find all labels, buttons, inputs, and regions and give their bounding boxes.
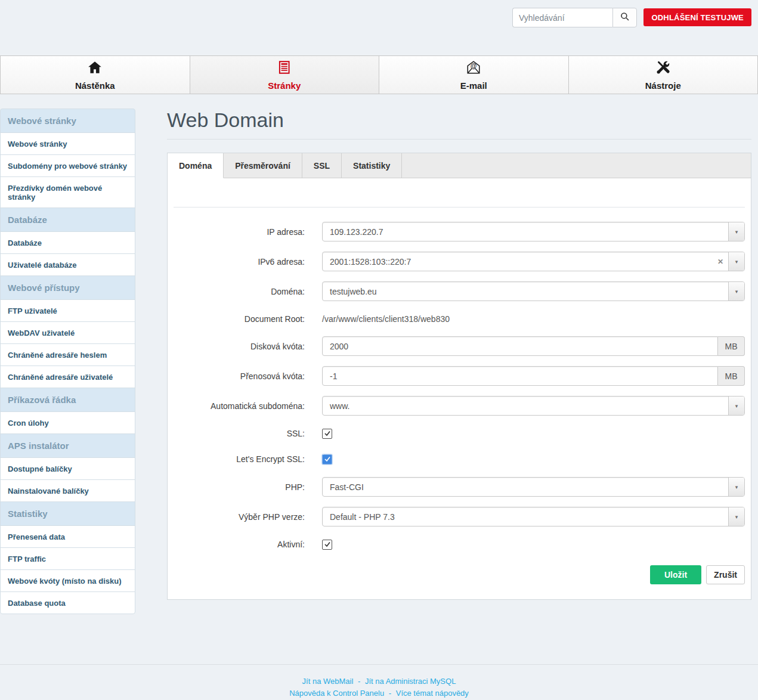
footer-link-webmail[interactable]: Jít na WebMail [302, 677, 354, 686]
traffic-quota-unit: MB [718, 366, 745, 386]
ip-address-select[interactable]: 109.123.220.7 ▾ [322, 222, 745, 241]
web-domain-panel: Doména Přesměrování SSL Statistiky IP ad… [167, 153, 751, 600]
sidebar-item-protected-folders[interactable]: Chráněné adresáře heslem [0, 343, 135, 366]
domain-select[interactable]: testujweb.eu ▾ [322, 281, 745, 301]
caret-down-icon[interactable]: ▾ [728, 397, 744, 415]
caret-down-icon[interactable]: ▾ [728, 282, 744, 301]
ipv6-address-label: IPv6 adresa: [174, 257, 322, 267]
sidebar-item-ftp-users[interactable]: FTP uživatelé [0, 299, 135, 322]
disk-quota-label: Disková kvóta: [174, 342, 322, 351]
sidebar-item-aliasdomains[interactable]: Přezdívky domén webové stránky [0, 176, 135, 208]
panel-tab-row: Doména Přesměrování SSL Statistiky [168, 153, 751, 178]
caret-down-icon[interactable]: ▾ [728, 507, 744, 526]
sidebar-item-ftp-traffic[interactable]: FTP traffic [0, 547, 135, 570]
php-version-select[interactable]: Default - PHP 7.3 ▾ [322, 507, 745, 526]
php-select[interactable]: Fast-CGI ▾ [322, 477, 745, 497]
disk-quota-unit: MB [718, 336, 745, 356]
php-value: Fast-CGI [323, 478, 728, 496]
sidebar-item-available-packages[interactable]: Dostupné balíčky [0, 457, 135, 480]
search-group [512, 8, 637, 27]
clear-icon[interactable]: ✕ [713, 252, 728, 271]
search-button[interactable] [612, 8, 637, 27]
ipv6-address-select[interactable]: 2001:1528:103::220:7 ✕ ▾ [322, 252, 745, 271]
email-icon: @ [466, 60, 481, 78]
ipv6-address-value: 2001:1528:103::220:7 [323, 252, 713, 271]
active-label: Aktivní: [174, 540, 322, 549]
ssl-checkbox[interactable] [322, 429, 332, 439]
php-version-value: Default - PHP 7.3 [323, 507, 728, 526]
sidebar-item-protected-folder-users[interactable]: Chráněné adresáře uživatelé [0, 366, 135, 388]
page-title: Web Domain [167, 109, 751, 132]
letsencrypt-checkbox[interactable] [322, 454, 332, 464]
form-divider [174, 207, 745, 207]
sidebar-header-statistics: Statistiky [0, 501, 135, 526]
nav-tab-label: Nástroje [645, 80, 681, 91]
domain-label: Doména: [174, 287, 322, 296]
tab-ssl[interactable]: SSL [302, 153, 342, 178]
tools-icon [655, 60, 671, 78]
auto-subdomain-select[interactable]: www. ▾ [322, 396, 745, 416]
nav-tab-sites[interactable]: Stránky [190, 55, 380, 94]
nav-tab-tools[interactable]: Nástroje [568, 55, 758, 94]
save-button[interactable]: Uložit [650, 565, 701, 584]
sidebar-item-webdav-users[interactable]: WebDAV uživatelé [0, 321, 135, 344]
php-label: PHP: [174, 482, 322, 492]
sidebar-item-database-users[interactable]: Uživatelé databáze [0, 253, 135, 276]
cancel-button[interactable]: Zrušit [706, 565, 745, 584]
footer-link-more-help[interactable]: Více témat nápovědy [396, 689, 469, 698]
sidebar-header-web-access: Webové přístupy [0, 275, 135, 300]
search-input[interactable] [512, 8, 612, 27]
sidebar-header-databases: Databáze [0, 207, 135, 232]
caret-down-icon[interactable]: ▾ [728, 478, 744, 496]
title-divider [167, 139, 751, 140]
main-content: Web Domain Doména Přesměrování SSL Stati… [167, 109, 751, 614]
sidebar-item-databases[interactable]: Databáze [0, 231, 135, 254]
caret-down-icon[interactable]: ▾ [728, 252, 744, 271]
sites-icon [277, 60, 292, 78]
sidebar-item-web-quota[interactable]: Webové kvóty (místo na disku) [0, 569, 135, 592]
sidebar-header-command-line: Příkazová řádka [0, 388, 135, 412]
active-checkbox[interactable] [322, 540, 332, 550]
sidebar-item-websites[interactable]: Webové stránky [0, 132, 135, 155]
footer-link-mysql-admin[interactable]: Jít na Administraci MySQL [365, 677, 456, 686]
magnifier-icon [620, 12, 630, 24]
auto-subdomain-value: www. [323, 397, 728, 415]
disk-quota-input[interactable] [322, 336, 718, 356]
sidebar-header-websites: Webové stránky [0, 109, 135, 133]
document-root-value: /var/www/clients/client318/web830 [322, 314, 450, 324]
ssl-label: SSL: [174, 429, 322, 438]
nav-tab-label: Nástěnka [75, 80, 115, 91]
sidebar-item-database-quota[interactable]: Database quota [0, 591, 135, 614]
footer-separator: - [389, 689, 391, 698]
tab-domain[interactable]: Doména [168, 153, 224, 178]
traffic-quota-label: Přenosová kvóta: [174, 371, 322, 381]
nav-tab-label: Stránky [268, 80, 301, 91]
php-version-label: Výběr PHP verze: [174, 512, 322, 522]
document-root-label: Document Root: [174, 314, 322, 324]
sidebar-item-traffic-data[interactable]: Přenesená data [0, 525, 135, 548]
home-icon [87, 60, 103, 78]
footer-separator: - [358, 677, 360, 686]
sidebar-item-installed-packages[interactable]: Nainstalované balíčky [0, 479, 135, 502]
letsencrypt-label: Let's Encrypt SSL: [174, 454, 322, 464]
caret-down-icon[interactable]: ▾ [728, 222, 744, 241]
tab-statistics[interactable]: Statistiky [342, 153, 402, 178]
domain-value: testujweb.eu [323, 282, 728, 301]
sidebar-item-cron-jobs[interactable]: Cron úlohy [0, 411, 135, 434]
main-navigation: Nástěnka Stránky @ [0, 55, 758, 94]
logout-button[interactable]: ODHLÁŠENÍ TESTUJWE [643, 8, 751, 26]
sidebar-item-subdomains[interactable]: Subdomény pro webové stránky [0, 154, 135, 177]
domain-form: IP adresa: 109.123.220.7 ▾ IPv6 adresa: [168, 178, 751, 599]
top-bar: ODHLÁŠENÍ TESTUJWE [0, 0, 758, 55]
svg-text:@: @ [471, 62, 477, 69]
nav-tab-dashboard[interactable]: Nástěnka [0, 55, 190, 94]
ip-address-value: 109.123.220.7 [323, 222, 728, 241]
nav-tab-label: E-mail [460, 80, 487, 91]
footer-link-help[interactable]: Nápověda k Control Panelu [289, 689, 384, 698]
footer: Jít na WebMail - Jít na Administraci MyS… [0, 664, 758, 700]
nav-tab-email[interactable]: @ E-mail [379, 55, 569, 94]
ip-address-label: IP adresa: [174, 227, 322, 237]
traffic-quota-input[interactable] [322, 366, 718, 386]
tab-redirect[interactable]: Přesměrování [224, 153, 302, 178]
sidebar: Webové stránky Webové stránky Subdomény … [0, 109, 135, 614]
